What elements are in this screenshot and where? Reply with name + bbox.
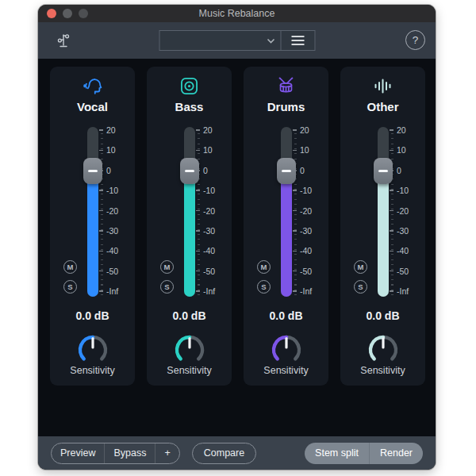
gain-value: 0.0 dB [340, 309, 425, 322]
vocal-fader: 20100-10-20-30-40-50-Inf M S [50, 124, 135, 300]
fader-tick: -20 [390, 206, 409, 216]
fader-track[interactable] [87, 127, 98, 297]
preset-dropdown[interactable] [159, 31, 280, 50]
bypass-button[interactable]: Bypass [104, 443, 155, 463]
fader-fill [378, 171, 389, 297]
gain-value: 0.0 dB [244, 309, 328, 322]
titlebar: Music Rebalance [38, 5, 436, 22]
footer-bar: Preview Bypass + Compare Stem split Rend… [38, 436, 436, 470]
help-button[interactable]: ? [405, 30, 425, 50]
sensitivity-knob[interactable] [75, 332, 110, 367]
fader-tick: -50 [390, 267, 409, 276]
fader-tick: 10 [390, 145, 409, 155]
fader-tick: 0 [196, 166, 215, 175]
fader-tick: -10 [293, 186, 312, 195]
channel-strip-bass: Bass 20100-10-20-30-40-50-Inf M S 0.0 dB [147, 67, 232, 386]
drums-fader: 20100-10-20-30-40-50-Inf M S [244, 124, 328, 300]
fader-track[interactable] [378, 127, 389, 297]
fader-tick: -40 [293, 246, 312, 255]
fader-tick: -30 [196, 226, 215, 236]
zoom-window-button[interactable] [79, 9, 88, 18]
other-waveform-icon [340, 74, 425, 98]
fader-tick: -50 [196, 267, 215, 276]
mute-button[interactable]: M [63, 260, 77, 274]
fader-tick: -50 [293, 267, 312, 276]
preview-button[interactable]: Preview [52, 443, 104, 463]
fader-tick: 20 [99, 125, 118, 135]
fader-tick: 0 [99, 166, 118, 175]
solo-button[interactable]: S [354, 280, 367, 294]
fader-handle[interactable] [277, 158, 296, 184]
close-window-button[interactable] [47, 9, 56, 18]
sensitivity-knob[interactable] [366, 332, 401, 367]
channel-strip-other: Other 20100-10-20-30-40-50-Inf M S 0.0 d… [340, 67, 425, 386]
fader-tick: 10 [99, 145, 118, 155]
other-fader: 20100-10-20-30-40-50-Inf M S [340, 124, 425, 300]
fader-tick: -40 [196, 246, 215, 255]
fader-tick: -40 [390, 246, 409, 255]
mute-button[interactable]: M [160, 260, 174, 274]
fader-tick: -Inf [390, 286, 409, 296]
mute-button[interactable]: M [354, 260, 367, 274]
fader-tick: -20 [293, 206, 312, 216]
minimize-window-button[interactable] [63, 9, 72, 18]
solo-button[interactable]: S [257, 280, 271, 294]
fader-scale: 20100-10-20-30-40-50-Inf [293, 125, 312, 296]
fader-tick: 20 [196, 125, 215, 135]
fader-fill [87, 171, 98, 297]
fader-tick: 20 [293, 125, 312, 135]
fader-handle[interactable] [83, 158, 102, 184]
add-button[interactable]: + [155, 443, 178, 463]
fader-tick: -Inf [99, 286, 118, 296]
fader-tick: 0 [293, 166, 312, 175]
render-button[interactable]: Render [369, 443, 423, 464]
channel-strip-vocal: Vocal 20100-10-20-30-40-50-Inf M S 0.0 d… [50, 67, 135, 386]
fader-tick: -40 [99, 246, 118, 255]
channel-name: Bass [147, 100, 232, 113]
solo-button[interactable]: S [160, 280, 174, 294]
fader-scale: 20100-10-20-30-40-50-Inf [99, 125, 118, 296]
sensitivity-knob[interactable] [269, 332, 304, 367]
main-panel: Vocal 20100-10-20-30-40-50-Inf M S 0.0 d… [38, 59, 436, 436]
hamburger-menu-icon [291, 36, 304, 45]
drums-icon [244, 74, 328, 98]
fader-tick: -30 [293, 226, 312, 236]
fader-fill [184, 171, 195, 297]
vocal-voice-icon [50, 74, 135, 98]
music-rebalance-icon [54, 31, 73, 53]
preset-menu-button[interactable] [280, 31, 314, 50]
stem-split-button[interactable]: Stem split [305, 443, 369, 464]
plugin-window: Music Rebalance ? [38, 5, 436, 470]
fader-track[interactable] [281, 127, 292, 297]
fader-tick: -Inf [196, 286, 215, 296]
toolbar: ? [38, 22, 436, 59]
compare-button[interactable]: Compare [192, 443, 256, 464]
mute-button[interactable]: M [257, 260, 271, 274]
preview-group: Preview Bypass + [51, 443, 180, 464]
sensitivity-label: Sensitivity [244, 365, 328, 376]
fader-track[interactable] [184, 127, 195, 297]
sensitivity-label: Sensitivity [147, 365, 232, 376]
channel-name: Vocal [50, 100, 135, 113]
fader-tick: -20 [196, 206, 215, 216]
window-title: Music Rebalance [38, 5, 436, 22]
fader-scale: 20100-10-20-30-40-50-Inf [390, 125, 409, 296]
fader-tick: 10 [293, 145, 312, 155]
bass-fader: 20100-10-20-30-40-50-Inf M S [147, 124, 232, 300]
channel-name: Drums [244, 100, 328, 113]
fader-tick: -10 [99, 186, 118, 195]
render-group: Stem split Render [305, 443, 423, 464]
sensitivity-knob[interactable] [172, 332, 207, 367]
gain-value: 0.0 dB [147, 309, 232, 322]
solo-button[interactable]: S [63, 280, 77, 294]
fader-tick: -50 [99, 267, 118, 276]
gain-value: 0.0 dB [50, 309, 135, 322]
channel-name: Other [340, 100, 425, 113]
fader-handle[interactable] [374, 158, 393, 184]
fader-tick: -30 [390, 226, 409, 236]
sensitivity-label: Sensitivity [50, 365, 135, 376]
fader-tick: 20 [390, 125, 409, 135]
fader-handle[interactable] [180, 158, 199, 184]
fader-tick: -10 [390, 186, 409, 195]
fader-fill [281, 171, 292, 297]
